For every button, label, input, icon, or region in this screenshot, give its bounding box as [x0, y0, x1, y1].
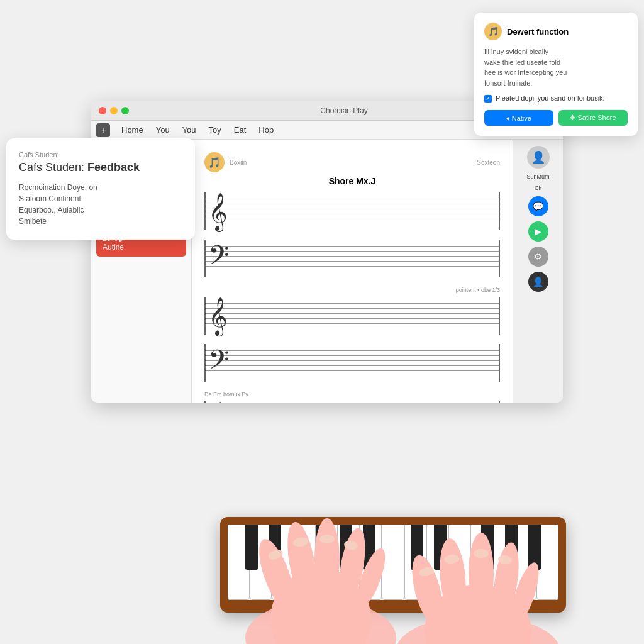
profile-icon-btn[interactable]: 👤 [528, 272, 548, 292]
native-button[interactable]: ♦ Native [484, 110, 553, 126]
piano-keys [228, 525, 558, 600]
menu-eat[interactable]: Eat [229, 124, 252, 136]
minimize-button[interactable] [110, 107, 118, 114]
staff-line-1: 𝄞 [204, 192, 500, 230]
key-as5[interactable] [528, 525, 541, 570]
sheet-title: Shore Mx.J [204, 176, 500, 186]
play-icon-btn[interactable]: ▶ [528, 221, 548, 242]
svg-point-11 [396, 616, 560, 644]
feedback-label: Cafs Studen: [19, 151, 182, 158]
right-panel: 👤 SunMum Ck 💬 ▶ ⚙ 👤 [513, 140, 563, 402]
notif-header: 🎵 Dewert function [484, 23, 628, 40]
progress-label: Autine [103, 243, 124, 252]
key-fs5[interactable] [481, 525, 494, 570]
add-button[interactable]: + [96, 123, 110, 137]
chat-icon-btn[interactable]: 💬 [528, 196, 548, 216]
close-button[interactable] [99, 107, 106, 114]
key-ds5[interactable] [434, 525, 447, 570]
bass-clef-1: 𝄢 [208, 240, 229, 277]
panel-sunmum-label: SunMum [526, 174, 549, 180]
key-fs4[interactable] [316, 525, 328, 570]
sheet-section: Soxteon [477, 159, 500, 166]
sheet-area: 🎵 Boxiin Soxteon Shore Mx.J 𝄞 𝄢 pointent… [192, 140, 513, 402]
sheet-note-label: pointent • obe 1/3 [204, 287, 500, 293]
notif-checkbox-row[interactable]: ✓ Pleated dopil you sand on fonbusik. [484, 94, 628, 103]
settings-icon-btn[interactable]: ⚙ [528, 247, 548, 267]
notif-checkbox[interactable]: ✓ [484, 95, 492, 103]
user-avatar: 👤 [527, 146, 550, 169]
key-gs4[interactable] [340, 525, 352, 570]
feedback-bold: Feedback [87, 161, 140, 174]
notif-buttons: ♦ Native ❋ Satire Shore [484, 110, 628, 126]
key-f5[interactable] [448, 525, 470, 600]
staff-line-4: 𝄢 [204, 344, 500, 382]
key-ds4[interactable] [269, 525, 281, 570]
menu-you1[interactable]: You [151, 124, 175, 136]
sheet-avatar: 🎵 [204, 152, 225, 172]
notif-title: Dewert function [507, 27, 569, 36]
notif-body: Ill inuy svideni bically wake thie led u… [484, 47, 628, 88]
notif-avatar: 🎵 [484, 23, 502, 40]
staff-line-5: 𝄞 [204, 401, 500, 402]
feedback-title: Cafs Studen: Feedback [19, 161, 182, 174]
key-cs5[interactable] [411, 525, 423, 570]
notif-checkbox-label: Pleated dopil you sand on fonbusik. [496, 94, 605, 102]
share-button[interactable]: ❋ Satire Shore [558, 110, 628, 126]
maximize-button[interactable] [121, 107, 129, 114]
menu-home[interactable]: Home [116, 124, 148, 136]
bass-clef-2: 𝄢 [208, 344, 229, 382]
menu-toy[interactable]: Toy [204, 124, 226, 136]
sheet-author: Boxiin [230, 159, 247, 166]
key-f4[interactable] [294, 525, 316, 600]
section-label: De Em bomux By [204, 391, 500, 397]
piano-body [220, 517, 566, 613]
treble-clef-3: 𝄞 [208, 401, 228, 402]
feedback-body: Rocmoination Doye, on Staloom Confinent … [19, 182, 182, 227]
key-c5[interactable] [382, 525, 404, 600]
menu-hop[interactable]: Hop [253, 124, 279, 136]
treble-clef-1: 𝄞 [208, 192, 228, 230]
staff-line-2: 𝄢 [204, 240, 500, 277]
piano-container [220, 517, 566, 613]
panel-ck-label: Ck [535, 185, 541, 191]
key-gs5[interactable] [505, 525, 518, 570]
notification-popup: 🎵 Dewert function Ill inuy svideni bical… [474, 13, 638, 136]
treble-clef-2: 𝄞 [208, 297, 228, 335]
key-as4[interactable] [363, 525, 375, 570]
staff-line-3: 𝄞 [204, 297, 500, 335]
feedback-card: Cafs Studen: Cafs Studen: Feedback Rocmo… [6, 138, 195, 240]
key-cs4[interactable] [245, 525, 258, 570]
menu-you2[interactable]: You [177, 124, 201, 136]
